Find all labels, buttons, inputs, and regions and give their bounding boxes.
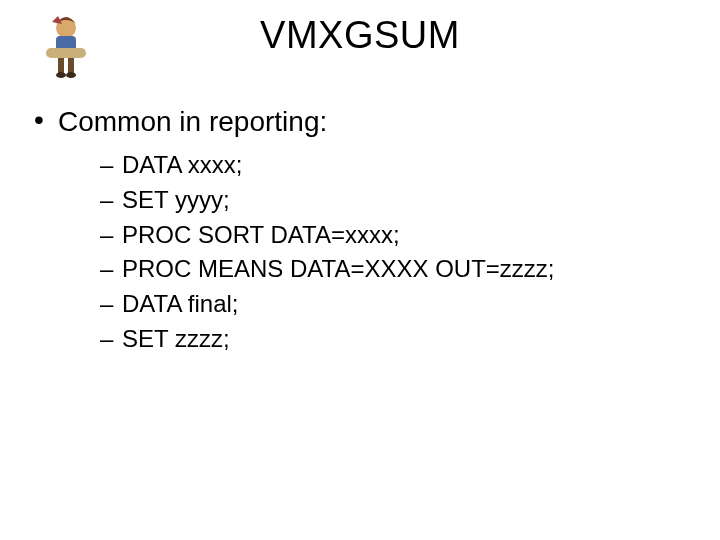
svg-rect-4 — [68, 58, 74, 74]
list-item: SET zzzz; — [100, 322, 690, 357]
svg-point-5 — [56, 72, 66, 78]
slide-body: Common in reporting: DATA xxxx; SET yyyy… — [30, 106, 690, 357]
bullet-level-1: Common in reporting: — [30, 106, 690, 138]
list-item: PROC MEANS DATA=XXXX OUT=zzzz; — [100, 252, 690, 287]
list-item: PROC SORT DATA=xxxx; — [100, 218, 690, 253]
svg-point-6 — [66, 72, 76, 78]
list-item: DATA final; — [100, 287, 690, 322]
bullet-level-2-list: DATA xxxx; SET yyyy; PROC SORT DATA=xxxx… — [30, 148, 690, 357]
svg-rect-3 — [58, 58, 64, 74]
slide: VMXGSUM Common in reporting: DATA xxxx; … — [0, 0, 720, 540]
list-item: DATA xxxx; — [100, 148, 690, 183]
list-item: SET yyyy; — [100, 183, 690, 218]
slide-title: VMXGSUM — [0, 14, 720, 57]
